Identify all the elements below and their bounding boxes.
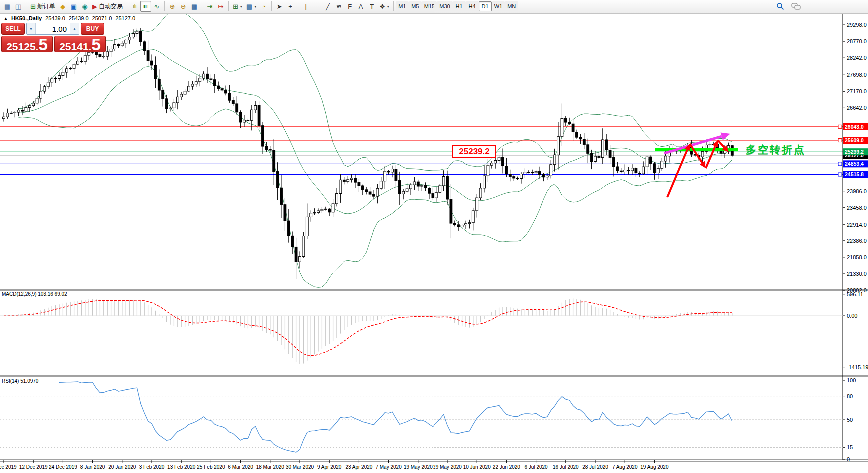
textlabel-icon[interactable]: T xyxy=(366,1,377,12)
volume-value[interactable]: 1.00 xyxy=(36,23,70,34)
price-tick-label: 29298.0 xyxy=(847,22,867,28)
volume-decrement[interactable]: ▼ xyxy=(27,23,36,34)
chat-icon[interactable] xyxy=(791,2,801,10)
date-tick-label: 19 Aug 2020 xyxy=(640,464,669,470)
line-chart-icon: ∿ xyxy=(154,3,159,10)
price-tag-label: 24853.4 xyxy=(845,161,864,167)
new-chart-icon[interactable]: ⊞▾ xyxy=(231,1,244,12)
price-tick-label: 21858.0 xyxy=(847,254,867,260)
timeframe-M30[interactable]: M30 xyxy=(437,1,452,11)
price-axis: 29298.028770.028242.027698.027170.026642… xyxy=(843,22,868,462)
date-tick-label: 24 Dec 2019 xyxy=(49,464,77,470)
rsi-label: RSI(14) 51.0970 xyxy=(2,378,38,384)
hline-icon[interactable]: — xyxy=(311,1,322,12)
rsi-tick-label: 0 xyxy=(847,456,850,462)
volume-increment[interactable]: ▲ xyxy=(70,23,79,34)
annotation-text[interactable]: 多空转折点 xyxy=(746,143,806,157)
macd-label: MACD(12,26,9) 103.16 69.02 xyxy=(2,291,67,297)
price-level-callout[interactable]: 25239.2 xyxy=(452,145,496,158)
vline-icon[interactable]: | xyxy=(300,1,311,12)
gold-icon[interactable]: ◆ xyxy=(57,1,68,12)
rsi-line xyxy=(59,382,732,452)
macd-tick-label: 596.11 xyxy=(847,291,863,297)
date-tick-label: 9 Apr 2020 xyxy=(317,464,342,470)
date-tick-label: 28 Jul 2020 xyxy=(582,464,608,470)
channel-icon[interactable]: ≋ xyxy=(333,1,344,12)
chevron-down-icon: ▾ xyxy=(387,4,389,9)
new-order-button[interactable]: ⊞新订单 xyxy=(28,1,57,12)
bollinger-bands xyxy=(19,11,732,287)
bar-chart-icon[interactable]: ılı xyxy=(129,1,140,12)
sell-button[interactable]: SELL xyxy=(1,23,25,35)
sell-price[interactable]: 25125.5 xyxy=(1,36,53,52)
timeframe-MN[interactable]: MN xyxy=(505,1,518,11)
arrows-icon: ❖ xyxy=(379,3,385,10)
autotrading-button: ▶ xyxy=(92,3,97,10)
chevron-down-icon: ▾ xyxy=(254,4,256,9)
date-tick-label: 16 Jul 2020 xyxy=(553,464,579,470)
timeframe-M15[interactable]: M15 xyxy=(422,1,437,11)
buy-button[interactable]: BUY xyxy=(81,23,104,35)
date-tick-label: 30 Mar 2020 xyxy=(286,464,314,470)
price-tick-label: 27170.0 xyxy=(847,88,867,94)
charts-grid-icon[interactable]: ▦ xyxy=(2,1,13,12)
toolbar-separator xyxy=(271,1,272,11)
macd-signal-line xyxy=(4,300,732,356)
date-tick-label: 25 Feb 2020 xyxy=(197,464,225,470)
zoom-in-icon[interactable]: ⊕ xyxy=(167,1,178,12)
price-tag-label: 25239.2 xyxy=(845,149,864,155)
text-icon[interactable]: A xyxy=(355,1,366,12)
timeframe-H4[interactable]: H4 xyxy=(466,1,479,11)
price-tag-label: 24515.8 xyxy=(845,171,864,177)
search-icon[interactable] xyxy=(776,2,784,10)
chart-shift-icon[interactable]: ↦ xyxy=(215,1,226,12)
ohlc-high: 25439.0 xyxy=(69,15,89,21)
trendline-icon[interactable]: ╱ xyxy=(322,1,333,12)
community-icon[interactable]: ▣ xyxy=(68,1,79,12)
auto-scroll-icon: ⇥ xyxy=(207,3,212,10)
zoom-in-icon: ⊕ xyxy=(169,3,175,10)
timeframe-M1[interactable]: M1 xyxy=(396,1,409,11)
tile-windows-icon[interactable]: ▦ xyxy=(189,1,200,12)
period-clock-icon[interactable]: ◔ xyxy=(258,1,269,12)
price-tick-label: 28242.0 xyxy=(847,55,867,61)
crosshair-icon: + xyxy=(288,3,292,10)
date-tick-label: 10 Jun 2020 xyxy=(463,464,491,470)
cursor-icon[interactable]: ➤ xyxy=(274,1,285,12)
price-tick-label: 26642.0 xyxy=(847,105,867,111)
collapse-icon[interactable]: ▲ xyxy=(4,16,8,21)
charts-grid-icon: ▦ xyxy=(4,3,10,10)
crosshair-icon[interactable]: + xyxy=(285,1,296,12)
fibo-icon[interactable]: F xyxy=(344,1,355,12)
gold-icon: ◆ xyxy=(60,3,65,10)
date-tick-label: 29 May 2020 xyxy=(433,464,462,470)
signals-icon[interactable]: ◉ xyxy=(79,1,90,12)
date-tick-label: 23 Apr 2020 xyxy=(345,464,372,470)
hline-icon: — xyxy=(314,3,320,10)
new-order-button-label: 新订单 xyxy=(37,2,55,11)
date-tick-label: 7 Aug 2020 xyxy=(612,464,638,470)
auto-scroll-icon[interactable]: ⇥ xyxy=(204,1,215,12)
data-window-icon[interactable]: ◫ xyxy=(13,1,24,12)
line-chart-icon[interactable]: ∿ xyxy=(151,1,162,12)
timeframe-D1[interactable]: D1 xyxy=(479,1,492,11)
buy-price[interactable]: 25141.5 xyxy=(54,36,106,52)
price-tag-label: 26043.0 xyxy=(845,124,864,130)
timeframe-M5[interactable]: M5 xyxy=(409,1,422,11)
chart-canvas[interactable]: 29298.028770.028242.027698.027170.026642… xyxy=(0,0,868,473)
toolbar-separator xyxy=(393,1,394,11)
toolbar: ▦◫⊞新订单◆▣◉▶自动交易ılı▮▯∿⊕⊖▦⇥↦⊞▾▤▾◔➤+|—╱≋FAT❖… xyxy=(0,0,868,13)
zoom-out-icon[interactable]: ⊖ xyxy=(178,1,189,12)
toolbar-separator xyxy=(127,1,127,11)
candlestick-chart-icon[interactable]: ▮▯ xyxy=(140,1,151,12)
profiles-icon[interactable]: ▤▾ xyxy=(244,1,258,12)
one-click-trading-panel: SELL ▼ 1.00 ▲ BUY 25125.5 25141.5 xyxy=(1,23,107,52)
arrows-icon[interactable]: ❖▾ xyxy=(377,1,391,12)
pane-frames xyxy=(0,14,868,461)
autotrading-button[interactable]: ▶自动交易 xyxy=(90,1,125,12)
timeframe-W1[interactable]: W1 xyxy=(492,1,505,11)
timeframe-H1[interactable]: H1 xyxy=(453,1,466,11)
price-tick-label: 27698.0 xyxy=(847,72,867,78)
text-icon: A xyxy=(359,3,363,10)
price-tick-label: 23458.0 xyxy=(847,205,867,211)
